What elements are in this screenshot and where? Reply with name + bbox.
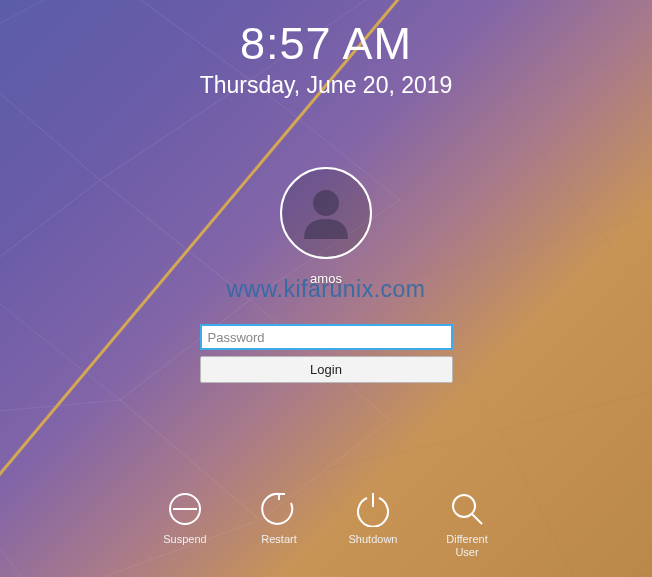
login-button[interactable]: Login [200, 356, 453, 383]
clock-date: Thursday, June 20, 2019 [200, 72, 453, 99]
suspend-icon [167, 491, 203, 527]
restart-label: Restart [261, 533, 296, 546]
shutdown-icon [355, 491, 391, 527]
search-icon [449, 491, 485, 527]
svg-point-4 [453, 495, 475, 517]
restart-button[interactable]: Restart [251, 491, 307, 546]
svg-line-5 [472, 514, 482, 524]
user-icon [294, 181, 358, 245]
shutdown-label: Shutdown [349, 533, 398, 546]
svg-point-0 [313, 190, 339, 216]
restart-icon [261, 491, 297, 527]
suspend-label: Suspend [163, 533, 206, 546]
user-avatar[interactable] [280, 167, 372, 259]
password-input[interactable] [200, 324, 453, 350]
watermark-text: www.kifarunix.com [227, 276, 426, 303]
bottom-action-bar: Suspend Restart Shutdown [157, 491, 495, 559]
shutdown-button[interactable]: Shutdown [345, 491, 401, 546]
different-user-label: Different User [439, 533, 495, 559]
different-user-button[interactable]: Different User [439, 491, 495, 559]
suspend-button[interactable]: Suspend [157, 491, 213, 546]
clock-time: 8:57 AM [240, 18, 412, 70]
